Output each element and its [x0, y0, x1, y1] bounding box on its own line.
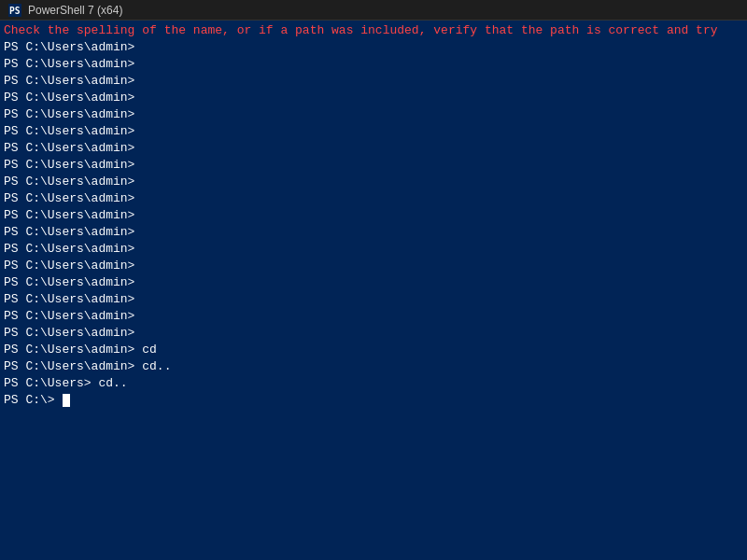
prompt-line: PS C:\Users\admin> [4, 325, 743, 342]
command-cd-dotdot: PS C:\Users\admin> cd.. [4, 358, 743, 375]
titlebar: PS PowerShell 7 (x64) [0, 0, 747, 21]
prompt-line: PS C:\Users\admin> [4, 123, 743, 140]
prompt-line: PS C:\Users\admin> [4, 241, 743, 258]
cursor [63, 394, 70, 407]
prompt-line: PS C:\Users\admin> [4, 157, 743, 174]
final-prompt[interactable]: PS C:\> [4, 392, 743, 409]
prompt-line: PS C:\Users\admin> [4, 39, 743, 56]
command-cd: PS C:\Users\admin> cd [4, 342, 743, 358]
prompt-line: PS C:\Users\admin> [4, 90, 743, 106]
svg-text:PS: PS [9, 6, 21, 16]
prompt-line: PS C:\Users\admin> [4, 291, 743, 308]
titlebar-title: PowerShell 7 (x64) [28, 4, 122, 17]
prompt-line: PS C:\Users\admin> [4, 140, 743, 157]
prompt-line: PS C:\Users\admin> [4, 224, 743, 241]
powershell-icon: PS [7, 3, 22, 18]
prompt-line: PS C:\Users\admin> [4, 207, 743, 224]
prompt-line: PS C:\Users\admin> [4, 190, 743, 207]
prompt-line: PS C:\Users\admin> [4, 106, 743, 123]
prompt-line: PS C:\Users\admin> [4, 174, 743, 190]
prompt-line: PS C:\Users\admin> [4, 274, 743, 291]
terminal-body[interactable]: Check the spelling of the name, or if a … [0, 21, 747, 560]
command-cd-dotdot-users: PS C:\Users> cd.. [4, 375, 743, 392]
prompt-line: PS C:\Users\admin> [4, 308, 743, 325]
prompt-line: PS C:\Users\admin> [4, 73, 743, 90]
prompt-line: PS C:\Users\admin> [4, 56, 743, 73]
error-line: Check the spelling of the name, or if a … [4, 22, 743, 39]
prompt-line: PS C:\Users\admin> [4, 258, 743, 274]
